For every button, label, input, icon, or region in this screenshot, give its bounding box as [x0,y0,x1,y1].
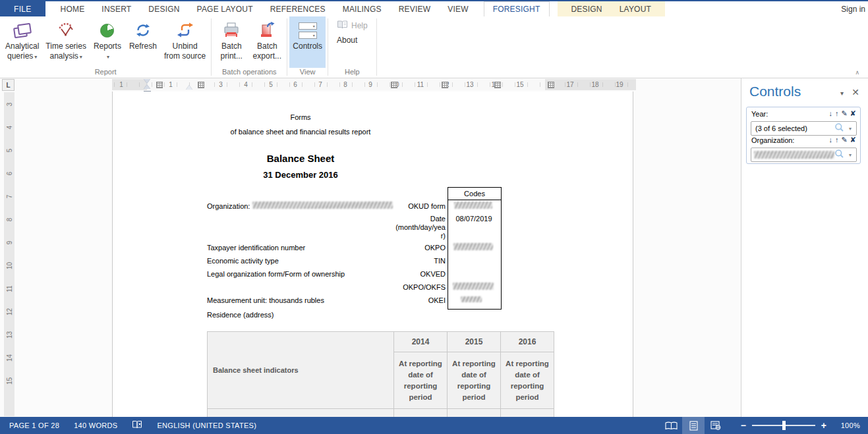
proofing-errors-icon[interactable] [132,420,142,431]
ribbon-group-help: Help About Help [328,16,376,78]
table-year-header: 2015 [447,331,501,352]
tab-references[interactable]: REFERENCES [262,1,334,16]
help-button[interactable]: Help [334,19,370,32]
sign-in-link[interactable]: Sign in [841,1,868,16]
organization-filter-dropdown[interactable]: ▾ [751,148,857,162]
page-indicator[interactable]: PAGE 1 OF 28 [9,421,59,429]
ruler-number: 14 [6,353,13,364]
ruler-number: 11 [417,79,424,90]
vertical-ruler[interactable]: 3456789101112131415 [4,92,14,416]
ruler-number: 4 [244,79,248,90]
tab-mailings[interactable]: MAILINGS [334,1,390,16]
table-column-marker[interactable] [156,82,163,88]
table-column-marker[interactable] [198,82,204,88]
controls-icon: ▾▾ [299,19,317,41]
search-icon[interactable] [834,122,844,135]
move-up-icon[interactable]: ↑ [835,109,839,118]
table-empty-cell [447,408,501,418]
tab-review[interactable]: REVIEW [390,1,440,16]
document-page[interactable]: Forms of balance sheet and financial res… [112,92,633,417]
ruler-number: 1 [119,79,123,90]
ruler-number: 13 [466,79,473,90]
pane-menu-caret-icon[interactable]: ▾ [840,90,844,97]
zoom-slider-thumb[interactable] [782,421,786,430]
refresh-button[interactable]: Refresh [125,16,161,68]
web-layout-button[interactable] [705,417,727,434]
move-down-icon[interactable]: ↓ [829,136,833,144]
collapse-ribbon-icon[interactable]: ∧ [855,69,859,76]
table-year-header: 2014 [393,331,448,352]
controls-task-pane: Controls ▾ ✕ Year: ↓ ↑ ✎ ✘ (3 of 6 selec… [741,78,868,417]
table-column-marker[interactable] [442,82,448,88]
ruler-number: 3 [6,99,13,110]
field-label-right: OKPO/OKFS [207,283,446,292]
table-empty-cell [207,408,394,418]
tab-table-layout[interactable]: LAYOUT [611,1,660,16]
language-indicator[interactable]: ENGLISH (UNITED STATES) [157,421,256,429]
zoom-in-button[interactable]: + [818,420,830,431]
batch-export-button[interactable]: Batch export... [249,16,285,68]
tab-insert[interactable]: INSERT [93,1,140,16]
year-filter-dropdown[interactable]: (3 of 6 selected) ▾ [751,121,857,136]
first-line-indent-marker[interactable] [144,79,150,84]
year-filter-actions: ↓ ↑ ✎ ✘ [829,109,856,118]
edit-icon[interactable]: ✎ [842,109,848,118]
about-button[interactable]: About [334,34,370,46]
move-up-icon[interactable]: ↑ [835,136,839,144]
indent-triangle-marker[interactable] [186,85,192,90]
table-column-marker[interactable] [494,82,501,88]
redacted-okpo-value [453,243,493,250]
dropdown-caret-icon[interactable]: ▾ [844,126,856,132]
tab-design[interactable]: DESIGN [140,1,188,16]
dropdown-caret-icon: ▾ [80,54,82,60]
ruler-number: 18 [591,79,598,90]
remove-icon[interactable]: ✘ [850,109,856,118]
table-column-marker[interactable] [548,82,554,88]
ruler-number: 10 [6,261,13,271]
tab-home[interactable]: HOME [52,1,94,16]
refresh-icon [134,19,152,41]
zoom-slider-track[interactable] [752,425,815,426]
reports-button[interactable]: Reports ▾ [90,16,125,68]
doc-date-title: 31 December 2016 [207,170,394,180]
controls-toggle-button[interactable]: ▾▾ Controls [289,16,326,68]
zoom-slider[interactable]: − + [738,420,830,431]
unbind-from-source-button[interactable]: Unbind from source [161,16,209,68]
year-filter-value: (3 of 6 selected) [751,124,834,132]
tab-foresight[interactable]: FORESIGHT [484,1,550,16]
print-layout-button[interactable] [682,417,705,434]
analytical-queries-button[interactable]: Analytical queries▾ [2,16,42,68]
tab-view[interactable]: VIEW [439,1,477,16]
tab-page-layout[interactable]: PAGE LAYOUT [188,1,262,16]
zoom-percentage[interactable]: 100% [830,421,860,429]
tab-table-design[interactable]: DESIGN [563,1,611,16]
doc-heading-line-2: of balance sheet and financial results r… [207,128,394,136]
pane-close-icon[interactable]: ✕ [852,87,859,97]
tab-selector-button[interactable]: L [2,79,14,91]
dropdown-caret-icon[interactable]: ▾ [844,152,856,158]
ribbon-group-view: ▾▾ Controls View [287,16,328,78]
move-down-icon[interactable]: ↓ [829,109,833,118]
ribbon: Analytical queries▾ Time series analysis… [0,16,868,78]
edit-icon[interactable]: ✎ [842,136,848,144]
reports-pie-icon [100,19,114,41]
time-series-analysis-button[interactable]: Time series analysis▾ [42,16,90,68]
horizontal-ruler[interactable]: 113456789101112131415171819 [112,79,636,90]
reports-label: Reports [94,41,121,51]
field-label-right: OKVED [207,270,446,279]
ruler-number: 11 [6,284,13,294]
batch-print-button[interactable]: Batch print... [214,16,249,68]
table-column-marker[interactable] [391,82,397,88]
remove-icon[interactable]: ✘ [850,136,856,144]
ribbon-separator [376,18,377,76]
ribbon-group-report: Analytical queries▾ Time series analysis… [0,16,211,78]
tab-file[interactable]: FILE [0,1,45,16]
ruler-number: 6 [6,169,13,179]
zoom-out-button[interactable]: − [738,420,749,431]
word-count[interactable]: 140 WORDS [74,421,117,429]
search-icon[interactable] [834,149,844,161]
reports-caret-line: ▾ [105,51,109,62]
hanging-indent-marker[interactable] [144,84,150,89]
doc-heading-line-1: Forms [207,113,394,121]
read-mode-button[interactable] [660,417,682,434]
